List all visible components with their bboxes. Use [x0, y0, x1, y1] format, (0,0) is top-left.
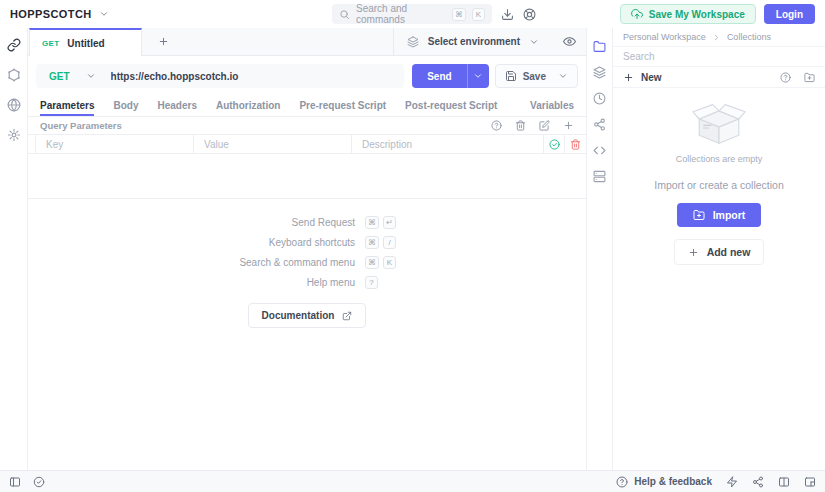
shortcuts-button[interactable]	[726, 476, 738, 488]
empty-state-subtitle: Import or create a collection	[654, 179, 784, 191]
url-input[interactable]	[107, 71, 405, 82]
wiki-help-button[interactable]	[491, 120, 502, 131]
save-request-button[interactable]: Save	[495, 64, 578, 88]
server-icon	[593, 170, 606, 183]
request-tabstrip: GET Untitled Select environment	[28, 28, 586, 56]
search-command-button[interactable]: Search and commands ⌘ K	[332, 4, 492, 24]
clear-all-params-button[interactable]	[515, 120, 526, 131]
new-tab-button[interactable]	[148, 28, 178, 55]
sidebar-item-settings[interactable]	[7, 128, 21, 142]
collections-search-input[interactable]	[623, 51, 815, 62]
folder-icon	[593, 40, 606, 53]
help-feedback-button[interactable]: Help & feedback	[616, 476, 712, 488]
rail-item-environments[interactable]	[593, 66, 606, 79]
import-button[interactable]: Import	[677, 203, 762, 227]
collections-actions: New	[613, 66, 825, 88]
share-icon	[752, 476, 764, 488]
environment-select[interactable]: Select environment	[393, 28, 552, 55]
graphql-icon	[7, 68, 21, 82]
tab-post-request-script[interactable]: Post-request Script	[405, 96, 497, 116]
search-placeholder: Search and commands	[356, 3, 446, 25]
documentation-label: Documentation	[262, 310, 335, 321]
shortcut-label: Help menu	[189, 277, 355, 288]
param-description-cell	[352, 135, 544, 153]
panel-left-icon	[9, 476, 21, 488]
collections-search	[613, 46, 825, 66]
interceptor-button[interactable]	[33, 476, 45, 488]
import-export-button[interactable]	[804, 72, 815, 83]
toggle-columns-button[interactable]	[778, 476, 790, 488]
request-panel: GET Untitled Select environment GET	[28, 28, 587, 470]
expand-sidebar-button[interactable]	[9, 476, 21, 488]
sidebar-item-realtime[interactable]	[7, 98, 21, 112]
send-button[interactable]: Send	[412, 71, 466, 82]
login-button[interactable]: Login	[764, 4, 815, 24]
param-key-input[interactable]	[46, 139, 183, 150]
chevron-down-icon	[86, 71, 96, 81]
documentation-button[interactable]: Documentation	[248, 303, 367, 328]
tab-variables[interactable]: Variables	[530, 96, 574, 116]
tab-pre-request-script[interactable]: Pre-request Script	[299, 96, 386, 116]
collections-help-button[interactable]	[780, 72, 791, 83]
kbd-k: K	[383, 256, 396, 269]
tab-body[interactable]: Body	[113, 96, 138, 116]
request-bar: GET Send Save	[36, 64, 578, 88]
hoppscotch-app: HOPPSCOTCH Search and commands ⌘ K Save …	[0, 0, 825, 492]
right-sidebar	[587, 28, 612, 470]
tab-method-badge: GET	[42, 39, 59, 48]
help-feedback-label: Help & feedback	[634, 476, 712, 487]
rail-item-generate-code[interactable]	[593, 144, 606, 157]
query-parameters-title: Query Parameters	[40, 120, 122, 131]
help-circle-icon	[616, 476, 628, 488]
logo-menu-button[interactable]	[99, 9, 109, 19]
query-parameters-header: Query Parameters	[28, 117, 586, 135]
request-options-tabs: Parameters Body Headers Authorization Pr…	[28, 96, 586, 117]
external-link-icon	[342, 311, 352, 321]
topbar-right: Save My Workspace Login	[620, 4, 815, 24]
install-app-button[interactable]	[501, 8, 514, 21]
status-bar: Help & feedback	[0, 470, 825, 492]
rail-item-history[interactable]	[593, 92, 606, 105]
add-new-button[interactable]: Add new	[674, 239, 765, 265]
request-tab[interactable]: GET Untitled	[29, 28, 142, 56]
shortcut-label: Search & command menu	[189, 257, 355, 268]
tab-headers[interactable]: Headers	[157, 96, 196, 116]
rail-item-mock[interactable]	[593, 170, 606, 183]
tab-parameters[interactable]: Parameters	[40, 96, 94, 116]
method-label: GET	[49, 71, 70, 82]
support-button[interactable]	[523, 8, 536, 21]
shortcuts-help: Send Request ⌘↵ Keyboard shortcuts ⌘/ Se…	[28, 212, 586, 328]
param-drag-handle[interactable]	[28, 135, 36, 153]
tab-authorization[interactable]: Authorization	[216, 96, 280, 116]
save-workspace-button[interactable]: Save My Workspace	[620, 4, 756, 24]
breadcrumb-workspace[interactable]: Personal Workspace	[623, 32, 706, 42]
share-button[interactable]	[752, 476, 764, 488]
environment-quick-peek-button[interactable]	[552, 28, 586, 55]
add-param-button[interactable]	[563, 120, 574, 131]
send-options-button[interactable]	[467, 64, 489, 88]
param-value-input[interactable]	[204, 139, 341, 150]
new-collection-button[interactable]: New	[623, 72, 662, 83]
bulk-edit-button[interactable]	[539, 120, 550, 131]
kbd-slash: /	[383, 236, 396, 249]
code-icon	[593, 144, 606, 157]
param-value-cell	[194, 135, 352, 153]
panel-corner-icon	[804, 476, 816, 488]
rail-item-collections[interactable]	[593, 40, 606, 53]
sidebar-item-rest[interactable]	[7, 38, 21, 52]
collections-empty-state: Collections are empty Import or create a…	[613, 88, 825, 470]
toggle-panel-button[interactable]	[804, 476, 816, 488]
shield-check-icon	[33, 476, 45, 488]
method-select[interactable]: GET	[36, 64, 107, 88]
kbd-cmd: ⌘	[365, 216, 379, 229]
param-delete-button[interactable]	[565, 135, 586, 153]
rail-item-share[interactable]	[593, 118, 606, 131]
sidebar-item-graphql[interactable]	[7, 68, 21, 82]
param-description-input[interactable]	[362, 139, 533, 150]
param-toggle-active-button[interactable]	[544, 135, 565, 153]
main-area: GET Untitled Select environment GET	[0, 28, 825, 470]
search-icon	[339, 9, 350, 20]
globe-icon	[7, 98, 21, 112]
layers-icon	[407, 36, 419, 48]
check-circle-icon	[549, 139, 560, 150]
